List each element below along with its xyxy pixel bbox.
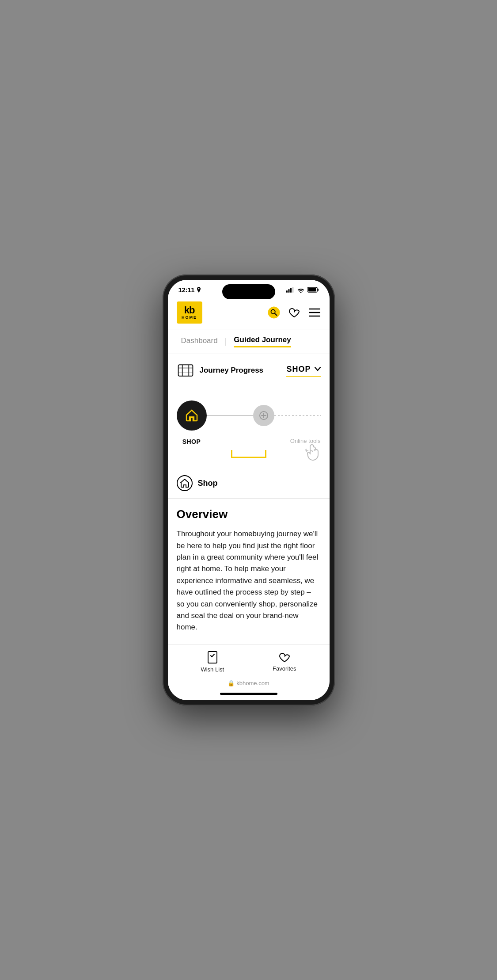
svg-rect-1	[288, 289, 289, 293]
step-labels: SHOP Online tools	[177, 436, 321, 446]
bracket-indicator	[177, 450, 321, 458]
bracket	[231, 450, 266, 458]
status-bar: 12:11	[168, 280, 330, 297]
tab-guided-journey[interactable]: Guided Journey	[234, 336, 291, 347]
signal-icon	[286, 287, 294, 293]
location-icon	[196, 287, 201, 293]
kb-logo[interactable]: kb HOME	[177, 301, 202, 324]
shop-icon-circle	[177, 475, 193, 491]
bottom-nav: Wish List Favorites	[168, 644, 330, 677]
app-header: kb HOME	[168, 297, 330, 329]
logo-sub: HOME	[182, 315, 197, 320]
shop-dropdown[interactable]: SHOP	[286, 365, 320, 377]
svg-rect-6	[308, 288, 316, 292]
shop-section-header: Shop	[168, 467, 330, 499]
header-icons	[268, 306, 321, 319]
tab-divider: |	[225, 337, 227, 346]
favorites-label: Favorites	[273, 665, 296, 672]
battery-icon	[307, 287, 319, 293]
home-bar	[220, 693, 277, 695]
svg-rect-13	[178, 365, 193, 376]
status-time: 12:11	[178, 286, 202, 294]
search-button[interactable]	[268, 306, 280, 319]
favorites-icon	[278, 652, 291, 663]
online-tools-icon	[259, 411, 269, 420]
phone-screen: 12:11	[168, 280, 330, 700]
svg-rect-3	[292, 287, 293, 293]
shop-label: SHOP	[177, 438, 207, 446]
journey-progress-left: Journey Progress	[177, 362, 264, 379]
map-icon	[177, 362, 194, 379]
swipe-icon	[305, 443, 321, 461]
overview-body: Throughout your homebuying journey we'll…	[177, 528, 321, 633]
svg-point-7	[268, 307, 279, 318]
menu-icon	[309, 308, 320, 317]
swipe-hint	[305, 443, 321, 461]
url-text: kbhome.com	[236, 680, 269, 686]
chevron-down-icon	[315, 367, 321, 371]
shop-section-title: Shop	[198, 479, 218, 488]
tab-bar: Dashboard | Guided Journey	[168, 329, 330, 354]
url-lock-icon: 🔒	[228, 680, 235, 686]
svg-rect-5	[317, 289, 319, 291]
wish-list-icon	[206, 651, 219, 664]
wish-list-nav[interactable]: Wish List	[201, 651, 224, 673]
step-shop[interactable]	[177, 400, 207, 431]
journey-progress-title: Journey Progress	[200, 366, 264, 375]
phone-frame: 12:11	[163, 275, 335, 705]
home-step-icon	[184, 408, 199, 423]
step-online-tools[interactable]	[253, 405, 274, 426]
logo-text: kb	[184, 305, 195, 315]
time-display: 12:11	[178, 286, 195, 294]
progress-tracker: SHOP Online tools	[168, 387, 330, 467]
wish-list-label: Wish List	[201, 666, 224, 673]
overview-title: Overview	[177, 507, 321, 521]
svg-rect-0	[286, 290, 288, 293]
progress-steps	[177, 400, 321, 431]
tab-dashboard[interactable]: Dashboard	[181, 336, 218, 347]
overview-section: Overview Throughout your homebuying jour…	[168, 499, 330, 644]
journey-progress-header: Journey Progress SHOP	[177, 362, 321, 379]
svg-rect-2	[290, 288, 292, 293]
search-icon	[268, 306, 280, 319]
svg-rect-15	[208, 652, 217, 663]
home-indicator	[168, 689, 330, 700]
status-icons	[286, 287, 319, 293]
dynamic-island	[222, 284, 275, 299]
menu-button[interactable]	[308, 306, 321, 319]
shop-dropdown-text: SHOP	[286, 365, 311, 374]
heart-button[interactable]	[288, 306, 300, 319]
url-bar: 🔒 kbhome.com	[168, 677, 330, 689]
favorites-nav[interactable]: Favorites	[273, 652, 296, 672]
heart-icon	[288, 307, 300, 318]
shop-home-icon	[180, 478, 190, 488]
journey-progress: Journey Progress SHOP	[168, 354, 330, 387]
wifi-icon	[297, 287, 305, 293]
